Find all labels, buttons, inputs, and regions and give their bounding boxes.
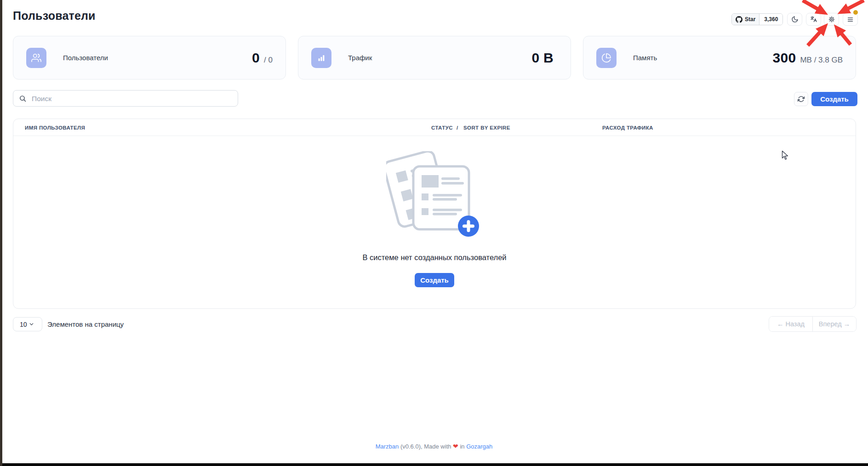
marzban-link[interactable]: Marzban [376, 443, 399, 450]
footer: Marzban (v0.6.0), Made with ❤ in Gozarga… [0, 443, 868, 450]
stat-card-memory: Память 300 MB / 3.8 GB [583, 36, 856, 80]
stats-row: Пользователи 0 / 0 Трафик 0 B Память 300 [13, 36, 856, 80]
search-box [13, 90, 238, 107]
column-header-sort-by-expire[interactable]: SORT BY EXPIRE [463, 125, 510, 131]
next-page-button[interactable]: Вперед → [813, 317, 856, 331]
stat-label: Пользователи [63, 54, 108, 62]
empty-state-create-button[interactable]: Создать [415, 273, 454, 287]
window-edge-bottom [2, 463, 868, 466]
table-header-row: ИМЯ ПОЛЬЗОВАТЕЛЯ СТАТУС / SORT BY EXPIRE… [13, 119, 856, 136]
column-header-username[interactable]: ИМЯ ПОЛЬЗОВАТЕЛЯ [25, 125, 85, 131]
marzban-users-page: Пользователи Star 3,360 [0, 0, 868, 466]
moon-icon [791, 16, 799, 23]
stat-label: Память [633, 54, 657, 62]
column-header-status[interactable]: СТАТУС [431, 125, 453, 131]
stat-suffix: MB / 3.8 GB [800, 56, 843, 65]
pagination-controls: ← Назад Вперед → [769, 316, 857, 332]
window-edge-left [0, 0, 2, 466]
translate-icon [810, 16, 817, 23]
dark-mode-toggle-button[interactable] [787, 13, 802, 26]
gear-icon [828, 16, 835, 23]
stat-suffix: / 0 [264, 56, 273, 65]
stat-card-traffic: Трафик 0 B [298, 36, 571, 80]
page-title: Пользователи [13, 9, 96, 23]
stat-label: Трафик [348, 54, 372, 62]
settings-button[interactable] [824, 13, 839, 26]
empty-state-message: В системе нет созданных пользователей [362, 253, 506, 262]
stat-card-users: Пользователи 0 / 0 [13, 36, 286, 80]
page-size-select[interactable]: 10 [13, 317, 42, 331]
github-star-count: 3,360 [760, 14, 782, 25]
footer-text: (v0.6.0), Made with [399, 443, 453, 450]
stat-value: 0 B [531, 50, 554, 66]
column-header-traffic-usage[interactable]: РАСХОД ТРАФИКА [602, 125, 653, 131]
github-star-label: Star [745, 16, 755, 23]
menu-button[interactable] [843, 13, 858, 26]
per-page-label: Элементов на страницу [47, 320, 124, 328]
refresh-icon [798, 96, 805, 102]
stat-value: 300 [772, 50, 796, 66]
stat-value: 0 [252, 50, 260, 66]
users-table: ИМЯ ПОЛЬЗОВАТЕЛЯ СТАТУС / SORT BY EXPIRE… [13, 119, 856, 309]
bar-chart-icon [311, 48, 331, 68]
notification-dot-badge [853, 10, 858, 15]
github-star-widget[interactable]: Star 3,360 [731, 13, 783, 25]
column-header-separator: / [457, 125, 458, 131]
footer-conj: in [458, 443, 466, 450]
chevron-down-icon [29, 321, 38, 327]
gozargah-link[interactable]: Gozargah [466, 443, 492, 450]
search-input[interactable] [31, 91, 235, 107]
pie-chart-icon [596, 48, 617, 68]
language-button[interactable] [806, 13, 821, 26]
empty-documents-illustration [386, 151, 483, 241]
create-user-button[interactable]: Создать [811, 92, 857, 106]
github-icon [736, 16, 742, 23]
heart-icon: ❤ [453, 443, 458, 450]
prev-page-button[interactable]: ← Назад [769, 317, 812, 331]
refresh-button[interactable] [794, 92, 808, 106]
users-icon [26, 48, 46, 68]
menu-icon [847, 16, 854, 23]
plus-circle-icon [458, 216, 479, 237]
page-size-value: 10 [20, 321, 27, 328]
empty-state: В системе нет созданных пользователей Со… [13, 151, 856, 287]
